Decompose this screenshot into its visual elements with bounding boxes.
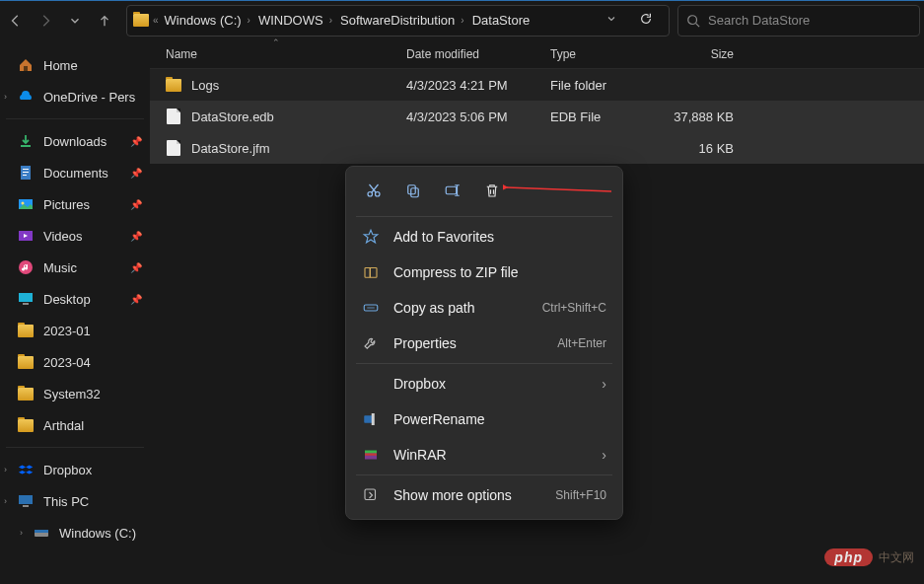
delete-button[interactable] bbox=[474, 175, 510, 206]
sidebar-item-onedrive[interactable]: › OneDrive - Pers bbox=[0, 81, 150, 112]
file-row[interactable]: DataStore.jfm 16 KB bbox=[150, 132, 924, 164]
svg-rect-26 bbox=[365, 451, 377, 454]
dropbox-icon bbox=[18, 462, 34, 477]
star-icon bbox=[362, 228, 380, 246]
file-row[interactable]: Logs 4/3/2023 4:21 PM File folder bbox=[150, 69, 924, 101]
copy-button[interactable] bbox=[395, 175, 431, 206]
rename-button[interactable] bbox=[435, 175, 470, 206]
toolbar: « Windows (C:)› WINDOWS› SoftwareDistrib… bbox=[0, 0, 924, 39]
pin-icon: 📌 bbox=[130, 199, 142, 210]
sidebar-item-downloads[interactable]: Downloads📌 bbox=[0, 125, 150, 157]
svg-rect-3 bbox=[23, 169, 29, 170]
column-size[interactable]: Size bbox=[665, 47, 742, 61]
crumb-3[interactable]: DataStore bbox=[470, 13, 533, 28]
sidebar-item-home[interactable]: Home bbox=[0, 49, 150, 81]
ctx-copy-path[interactable]: Copy as path Ctrl+Shift+C bbox=[352, 290, 616, 326]
sidebar-item-folder[interactable]: System32 bbox=[0, 378, 150, 409]
music-icon bbox=[18, 259, 34, 275]
crumb-root-chevron[interactable]: « bbox=[153, 15, 159, 26]
column-headers: Name Date modified Type Size bbox=[150, 39, 924, 69]
watermark-badge: php bbox=[824, 548, 873, 566]
svg-point-0 bbox=[688, 15, 697, 24]
ctx-compress-zip[interactable]: Compress to ZIP file bbox=[352, 255, 616, 290]
pin-icon: 📌 bbox=[130, 168, 142, 179]
sidebar-item-music[interactable]: Music📌 bbox=[0, 252, 150, 283]
wrench-icon bbox=[362, 334, 380, 352]
pin-icon: 📌 bbox=[130, 231, 142, 242]
svg-rect-5 bbox=[23, 175, 27, 176]
back-button[interactable] bbox=[2, 7, 30, 35]
chevron-right-icon[interactable]: › bbox=[4, 496, 7, 506]
svg-rect-11 bbox=[23, 303, 29, 305]
recent-dropdown[interactable] bbox=[61, 7, 89, 35]
crumb-1[interactable]: WINDOWS› bbox=[256, 13, 334, 28]
pin-icon: 📌 bbox=[130, 262, 142, 273]
more-options-icon bbox=[362, 486, 380, 504]
breadcrumb-bar[interactable]: « Windows (C:)› WINDOWS› SoftwareDistrib… bbox=[126, 5, 670, 36]
drive-icon bbox=[34, 525, 49, 541]
pin-icon: 📌 bbox=[130, 294, 142, 305]
sidebar-item-thispc[interactable]: ›This PC bbox=[0, 485, 150, 517]
sidebar-item-folder[interactable]: Arthdal bbox=[0, 409, 150, 441]
download-icon bbox=[18, 133, 34, 149]
context-menu: Add to Favorites Compress to ZIP file Co… bbox=[345, 166, 623, 520]
chevron-right-icon[interactable]: › bbox=[20, 528, 23, 538]
sidebar-item-pictures[interactable]: Pictures📌 bbox=[0, 188, 150, 220]
column-type[interactable]: Type bbox=[550, 47, 665, 61]
chevron-right-icon[interactable]: › bbox=[4, 465, 7, 474]
chevron-right-icon[interactable]: › bbox=[4, 92, 7, 102]
sidebar-item-folder[interactable]: 2023-01 bbox=[0, 315, 150, 346]
svg-rect-12 bbox=[19, 495, 33, 504]
svg-rect-15 bbox=[35, 530, 48, 533]
svg-rect-1 bbox=[24, 66, 28, 71]
document-icon bbox=[18, 165, 34, 181]
column-date[interactable]: Date modified bbox=[406, 47, 550, 61]
watermark-text: 中文网 bbox=[879, 549, 914, 566]
pin-icon: 📌 bbox=[130, 136, 142, 147]
folder-icon bbox=[18, 417, 34, 433]
svg-rect-4 bbox=[23, 172, 29, 173]
refresh-button[interactable] bbox=[629, 12, 663, 29]
folder-icon bbox=[166, 77, 181, 93]
sidebar-item-documents[interactable]: Documents📌 bbox=[0, 157, 150, 188]
chevron-right-icon: › bbox=[602, 447, 606, 463]
sidebar-item-videos[interactable]: Videos📌 bbox=[0, 220, 150, 252]
search-placeholder: Search DataStore bbox=[708, 13, 810, 28]
crumb-0[interactable]: Windows (C:)› bbox=[163, 13, 252, 28]
sidebar-item-drive[interactable]: ›Windows (C:) bbox=[0, 517, 150, 548]
folder-icon bbox=[18, 323, 34, 338]
ctx-winrar[interactable]: WinRAR › bbox=[352, 437, 616, 473]
column-name[interactable]: Name bbox=[160, 47, 406, 61]
watermark: php 中文网 bbox=[824, 548, 914, 566]
sidebar-item-desktop[interactable]: Desktop📌 bbox=[0, 283, 150, 315]
breadcrumb-dropdown[interactable] bbox=[598, 13, 625, 28]
home-icon bbox=[18, 57, 34, 73]
videos-icon bbox=[18, 228, 34, 244]
svg-rect-20 bbox=[446, 186, 457, 194]
forward-button[interactable] bbox=[32, 7, 59, 35]
svg-rect-27 bbox=[365, 454, 377, 456]
navigation-pane: Home › OneDrive - Pers Downloads📌 Docume… bbox=[0, 39, 150, 584]
ctx-add-favorites[interactable]: Add to Favorites bbox=[352, 219, 616, 255]
sidebar-item-dropbox[interactable]: ›Dropbox bbox=[0, 454, 150, 485]
cut-button[interactable] bbox=[356, 175, 391, 206]
chevron-right-icon: › bbox=[602, 376, 606, 392]
crumb-2[interactable]: SoftwareDistribution› bbox=[338, 13, 466, 28]
ctx-show-more[interactable]: Show more options Shift+F10 bbox=[352, 477, 616, 513]
ctx-powerrename[interactable]: PowerRename bbox=[352, 402, 616, 437]
search-input[interactable]: Search DataStore bbox=[677, 5, 920, 36]
ctx-properties[interactable]: Properties Alt+Enter bbox=[352, 326, 616, 361]
path-icon bbox=[362, 299, 380, 317]
file-icon bbox=[166, 109, 181, 124]
sidebar-item-folder[interactable]: 2023-04 bbox=[0, 346, 150, 378]
svg-rect-19 bbox=[411, 188, 419, 197]
folder-icon bbox=[18, 354, 34, 370]
up-button[interactable] bbox=[91, 7, 118, 35]
file-icon bbox=[166, 140, 181, 156]
powerrename-icon bbox=[362, 410, 380, 428]
zip-icon bbox=[362, 263, 380, 281]
onedrive-icon bbox=[18, 89, 34, 105]
file-row[interactable]: DataStore.edb 4/3/2023 5:06 PM EDB File … bbox=[150, 101, 924, 132]
svg-rect-18 bbox=[408, 185, 416, 194]
ctx-dropbox[interactable]: Dropbox › bbox=[352, 366, 616, 402]
